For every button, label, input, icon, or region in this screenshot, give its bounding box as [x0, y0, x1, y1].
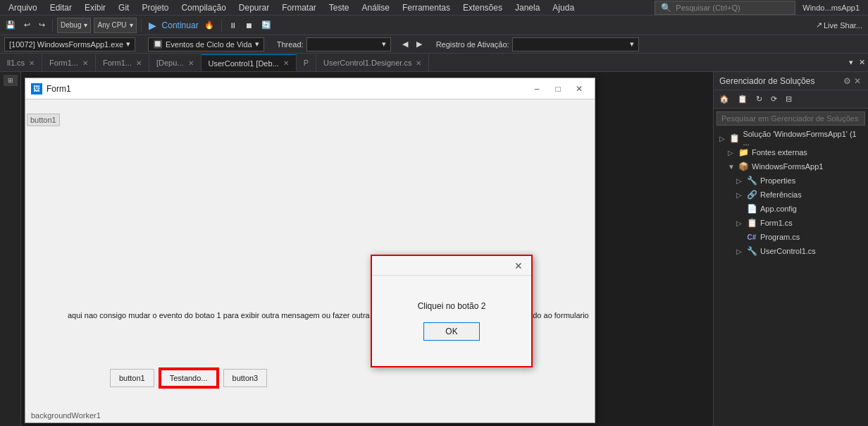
form1-icon: 🖼 — [31, 83, 42, 95]
tab-p[interactable]: P — [297, 54, 316, 71]
home-icon-button[interactable]: 🏠 — [717, 93, 732, 105]
tree-item-project[interactable]: ▼ 📦 WindowsFormsApp1 — [714, 159, 868, 174]
menu-item-extensoes[interactable]: Extensões — [457, 1, 508, 14]
refresh-icon-button[interactable]: ↻ — [753, 93, 765, 105]
form1-close-button[interactable]: ✕ — [569, 82, 589, 96]
tree-item-programcs[interactable]: C# Program.cs — [714, 230, 868, 244]
form1-window: 🖼 Form1 – □ ✕ button1 aqui nao consigo m… — [25, 78, 595, 423]
continue-label: Continuar — [162, 20, 199, 30]
menu-item-arquivo[interactable]: Arquivo — [3, 1, 43, 14]
lifecycle-label: Eventos de Ciclo de Vida — [166, 40, 252, 49]
cpu-dropdown[interactable]: Any CPU ▾ — [94, 18, 136, 33]
tab-bar: ll1.cs ✕ Form1... ✕ Form1... ✕ [Depu... … — [0, 54, 868, 72]
menu-item-ferramentas[interactable]: Ferramentas — [397, 1, 456, 14]
close-icon-2[interactable]: ✕ — [82, 59, 88, 67]
tab-close-all-button[interactable]: ✕ — [856, 53, 868, 71]
menu-item-analise[interactable]: Análise — [356, 1, 395, 14]
menu-item-compilacao[interactable]: Compilação — [175, 1, 231, 14]
tab-form1-2[interactable]: Form1... ✕ — [96, 54, 149, 71]
msgbox-close-button[interactable]: ✕ — [512, 259, 526, 273]
menu-item-projeto[interactable]: Projeto — [136, 1, 174, 14]
tab-form1-1[interactable]: Form1... ✕ — [42, 54, 96, 71]
search-box[interactable]: 🔍 Pesquisar (Ctrl+Q) — [655, 1, 795, 15]
search-placeholder: Pesquisar (Ctrl+Q) — [676, 4, 740, 12]
live-share-icon: ↗ — [816, 20, 822, 30]
save-button[interactable]: 💾 — [3, 19, 18, 31]
main-area: ⊞ 🖼 Form1 – □ ✕ button1 aqui nao cons — [0, 72, 868, 426]
project-icon: 📦 — [738, 161, 749, 172]
side-gutter: ⊞ — [0, 72, 21, 426]
tree-item-appconfig[interactable]: 📄 App.config — [714, 202, 868, 216]
message-box-dialog: ✕ Cliquei no botão 2 OK — [371, 255, 533, 367]
tree-item-solution[interactable]: ▷ 📋 Solução 'WindowsFormsApp1' (1 ... — [714, 131, 868, 145]
activation-log-label: Registro de Ativação: — [436, 40, 509, 49]
button1-corner-label: button1 — [27, 114, 60, 126]
file-icon-button[interactable]: 📋 — [735, 93, 750, 105]
step-over-button[interactable]: ⏸ — [226, 20, 240, 31]
solution-search-container — [714, 109, 868, 128]
close-icon-4[interactable]: ✕ — [188, 59, 194, 67]
tab-ll1cs[interactable]: ll1.cs ✕ — [0, 54, 42, 71]
next-thread-button[interactable]: ▶ — [414, 38, 425, 50]
main-toolbar: 💾 ↩ ↪ Debug ▾ Any CPU ▾ ▶ Continuar 🔥 ⏸ … — [0, 16, 868, 35]
solution-explorer-close-button[interactable]: ✕ — [852, 75, 862, 87]
tree-item-referencias[interactable]: ▷ 🔗 Referências — [714, 188, 868, 202]
tree-item-form1cs[interactable]: ▷ 📋 Form1.cs — [714, 216, 868, 230]
debug-mode-dropdown[interactable]: Debug ▾ — [57, 18, 91, 33]
prev-thread-button[interactable]: ◀ — [399, 38, 411, 50]
close-icon-5[interactable]: ✕ — [283, 59, 289, 67]
tree-item-fontes-externas[interactable]: ▷ 📁 Fontes externas — [714, 145, 868, 159]
live-share-button[interactable]: ↗ Live Shar... — [813, 19, 865, 31]
tab-usercontrol1[interactable]: UserControl1 [Deb... ✕ — [202, 54, 297, 71]
activation-log-input[interactable]: ▾ — [512, 37, 639, 51]
form1-minimize-button[interactable]: – — [527, 82, 547, 96]
button3[interactable]: button3 — [223, 369, 268, 387]
process-selector[interactable]: [10072] WindowsFormsApp1.exe ▾ — [4, 37, 135, 51]
menu-item-janela[interactable]: Janela — [509, 1, 545, 14]
close-icon[interactable]: ✕ — [29, 59, 35, 67]
solution-explorer-settings-button[interactable]: ⚙ — [842, 75, 852, 87]
form1-maximize-button[interactable]: □ — [548, 82, 568, 96]
stop-button[interactable]: ⏹ — [242, 20, 256, 31]
msgbox-message: Cliquei no botão 2 — [418, 301, 486, 311]
lifecycle-dropdown[interactable]: 🔲 Eventos de Ciclo de Vida ▾ — [148, 37, 264, 51]
button2[interactable]: Testando... — [160, 369, 218, 387]
msgbox-body: Cliquei no botão 2 OK — [372, 276, 531, 366]
thread-dropdown[interactable]: ▾ — [306, 37, 391, 51]
close-icon-6[interactable]: ✕ — [416, 59, 421, 67]
filter-icon-button[interactable]: ⊟ — [783, 93, 795, 105]
tab-overflow-button[interactable]: ▾ — [846, 53, 856, 71]
redo-button[interactable]: ↪ — [36, 19, 48, 31]
menu-item-git[interactable]: Git — [113, 1, 135, 14]
debug-toolbar: [10072] WindowsFormsApp1.exe ▾ 🔲 Eventos… — [0, 35, 868, 54]
menu-item-depurar[interactable]: Depurar — [233, 1, 275, 14]
menu-item-exibir[interactable]: Exibir — [79, 1, 111, 14]
usercontrol1cs-icon: 🔧 — [746, 245, 757, 257]
menu-item-teste[interactable]: Teste — [323, 1, 355, 14]
form1-title: Form1 — [46, 84, 527, 94]
continue-button[interactable]: ▶ — [146, 18, 159, 32]
tab-usercontrol1-designer[interactable]: UserControl1.Designer.cs ✕ — [316, 54, 429, 71]
menu-item-editar[interactable]: Editar — [44, 1, 78, 14]
menu-item-formatar[interactable]: Formatar — [276, 1, 322, 14]
undo-button[interactable]: ↩ — [21, 19, 33, 31]
hot-reload-button[interactable]: 🔥 — [202, 19, 217, 31]
solution-label: Solução 'WindowsFormsApp1' (1 ... — [743, 130, 862, 147]
live-share-label: Live Shar... — [824, 21, 862, 30]
solution-search-input[interactable] — [717, 111, 865, 126]
restart-button[interactable]: 🔄 — [259, 19, 274, 31]
tree-item-properties[interactable]: ▷ 🔧 Properties — [714, 174, 868, 188]
lifecycle-icon: 🔲 — [153, 39, 163, 49]
separator-3 — [221, 19, 222, 32]
menu-item-ajuda[interactable]: Ajuda — [547, 1, 580, 14]
msgbox-ok-button[interactable]: OK — [423, 322, 480, 341]
tab-depu[interactable]: [Depu... ✕ — [149, 54, 202, 71]
close-icon-3[interactable]: ✕ — [136, 59, 142, 67]
thread-label: Thread: — [277, 40, 304, 49]
form1-window-controls: – □ ✕ — [527, 82, 589, 96]
button1[interactable]: button1 — [110, 369, 154, 387]
tree-item-usercontrol1cs[interactable]: ▷ 🔧 UserControl1.cs — [714, 244, 868, 258]
sync-icon-button[interactable]: ⟳ — [768, 93, 780, 105]
chevron-down-icon: ▾ — [84, 21, 87, 29]
gutter-btn-1[interactable]: ⊞ — [4, 75, 18, 86]
